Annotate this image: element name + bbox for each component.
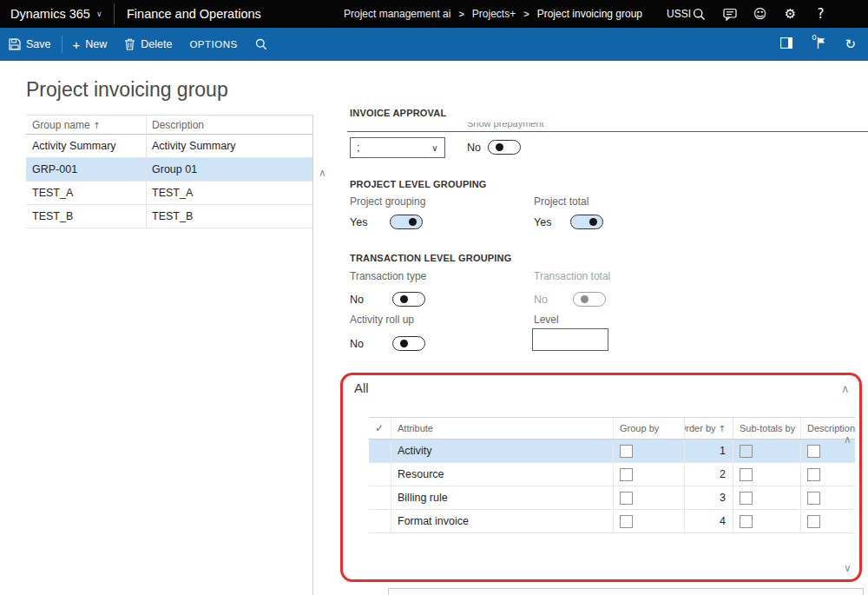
attribute-row[interactable]: Resource 2 <box>369 463 855 486</box>
transaction-type-toggle[interactable] <box>392 292 425 307</box>
column-header-subtotals[interactable]: Sub-totals by <box>733 418 801 439</box>
options-menu[interactable]: OPTIONS <box>181 28 246 61</box>
cell-attribute[interactable]: Format invoice <box>391 510 614 532</box>
cell-group-by <box>614 463 685 486</box>
column-header-order-by[interactable]: Order by ↑ <box>685 418 733 439</box>
activity-rollup-toggle[interactable] <box>392 336 425 351</box>
list-scroll-up-icon[interactable]: ∧ <box>319 168 326 178</box>
combobox-value: ; <box>351 142 425 154</box>
cell-order-by[interactable]: 2 <box>685 463 733 486</box>
action-pane-right-icons: 0 ↻ <box>780 28 856 61</box>
chevron-down-icon: ∨ <box>96 10 102 18</box>
level-label: Level <box>534 314 559 326</box>
list-row-selected[interactable]: GRP-001 Group 01 <box>26 158 312 182</box>
row-select-cell[interactable] <box>369 486 391 509</box>
cell-group-by <box>614 486 685 509</box>
related-info-panel-icon[interactable] <box>780 37 792 51</box>
group-by-checkbox[interactable] <box>620 515 633 528</box>
subtotals-checkbox[interactable] <box>740 515 753 528</box>
description-checkbox[interactable] <box>807 492 820 505</box>
cell-description[interactable]: Activity Summary <box>146 140 312 152</box>
cell-order-by[interactable]: 4 <box>685 510 733 532</box>
activity-rollup-label: Activity roll up <box>350 314 414 326</box>
select-column-checkmark-icon[interactable]: ✓ <box>369 418 391 439</box>
column-header-group-by[interactable]: Group by <box>614 418 685 439</box>
save-label: Save <box>26 38 51 50</box>
app-switcher[interactable]: Dynamics 365 ∨ <box>10 0 102 28</box>
cell-attribute[interactable]: Resource <box>391 463 614 486</box>
cell-group-by <box>614 440 685 462</box>
chevron-right-icon: > <box>458 9 464 19</box>
cell-group-name[interactable]: TEST_A <box>26 187 146 199</box>
breadcrumb-item-current[interactable]: Project invoicing group <box>537 8 642 20</box>
project-grouping-toggle[interactable] <box>390 215 423 229</box>
level-input[interactable] <box>532 328 608 351</box>
show-prepayment-toggle[interactable] <box>488 140 521 155</box>
save-button[interactable]: Save <box>0 28 60 61</box>
cell-attribute[interactable]: Billing rule <box>391 486 614 509</box>
module-home-link[interactable]: Finance and Operations <box>127 0 261 28</box>
list-header-row: Group name ↑ Description <box>26 115 312 135</box>
cell-attribute[interactable]: Activity <box>391 440 614 462</box>
cell-group-name[interactable]: GRP-001 <box>26 163 146 175</box>
cell-description[interactable]: Group 01 <box>146 163 312 175</box>
column-header-group-name[interactable]: Group name ↑ <box>26 119 146 131</box>
subtotals-checkbox[interactable] <box>740 445 753 458</box>
attribute-row[interactable]: Format invoice 4 <box>369 510 855 533</box>
cell-subtotals <box>733 486 801 509</box>
splitter-handle[interactable]: ⋮ <box>338 376 347 387</box>
separator-combobox[interactable]: ; ∨ <box>350 137 445 158</box>
list-row[interactable]: Activity Summary Activity Summary <box>26 135 312 158</box>
description-checkbox[interactable] <box>807 515 820 528</box>
messages-count-icon[interactable]: 0 <box>812 37 825 51</box>
chevron-right-icon: > <box>523 9 529 19</box>
list-row[interactable]: TEST_A TEST_A <box>26 182 312 205</box>
group-by-checkbox[interactable] <box>620 468 633 481</box>
toggle-knob <box>400 295 408 303</box>
cell-subtotals <box>733 463 801 486</box>
attributes-grid: ✓ Attribute Group by Order by ↑ Sub-tota… <box>369 417 855 533</box>
row-select-cell[interactable] <box>369 510 391 532</box>
settings-gear-icon[interactable]: ⚙ <box>775 0 806 28</box>
invoicing-groups-list: Group name ↑ Description Activity Summar… <box>26 115 312 228</box>
options-label: OPTIONS <box>189 39 237 50</box>
column-header-attribute[interactable]: Attribute <box>391 418 614 439</box>
feedback-smiley-icon[interactable]: ☺ <box>745 0 775 28</box>
group-by-checkbox[interactable] <box>620 445 633 458</box>
column-header-description[interactable]: Description <box>146 119 312 131</box>
toggle-knob <box>581 295 589 303</box>
attribute-row[interactable]: Billing rule 3 <box>369 486 855 510</box>
description-checkbox[interactable] <box>807 445 820 458</box>
new-button[interactable]: + New <box>64 28 116 61</box>
cell-order-by[interactable]: 1 <box>685 440 733 462</box>
help-icon[interactable]: ? <box>806 0 836 28</box>
description-checkbox[interactable] <box>807 468 820 481</box>
grid-scroll-down-icon[interactable]: ∨ <box>844 563 852 573</box>
cell-order-by[interactable]: 3 <box>685 486 733 509</box>
project-total-toggle[interactable] <box>570 215 603 229</box>
cell-description[interactable]: TEST_B <box>146 210 312 222</box>
dropdown-chevron-icon[interactable]: ∨ <box>425 143 444 153</box>
fasttab-all-header[interactable]: All <box>354 380 369 395</box>
search-icon[interactable] <box>684 0 714 28</box>
delete-button[interactable]: Delete <box>115 28 181 61</box>
cell-group-name[interactable]: Activity Summary <box>26 140 146 152</box>
breadcrumb-item-module[interactable]: Project management ai <box>344 8 450 20</box>
attribute-row-selected[interactable]: Activity 1 <box>369 440 855 463</box>
collapse-section-icon[interactable]: ∧ <box>841 383 850 394</box>
cell-description[interactable]: TEST_A <box>146 187 312 199</box>
cell-group-name[interactable]: TEST_B <box>26 210 146 222</box>
row-select-cell[interactable] <box>369 440 391 462</box>
transaction-total-label: Transaction total <box>534 270 610 282</box>
message-bubble-icon[interactable] <box>714 0 745 28</box>
breadcrumb-item-projects[interactable]: Projects+ <box>472 8 516 20</box>
toolbar-search-icon[interactable] <box>247 28 276 61</box>
subtotals-checkbox[interactable] <box>740 492 753 505</box>
transaction-type-value: No <box>350 294 364 306</box>
grid-scroll-up-icon[interactable]: ∧ <box>844 434 852 445</box>
subtotals-checkbox[interactable] <box>740 468 753 481</box>
refresh-icon[interactable]: ↻ <box>845 36 856 52</box>
list-row[interactable]: TEST_B TEST_B <box>26 205 312 228</box>
row-select-cell[interactable] <box>369 463 391 486</box>
group-by-checkbox[interactable] <box>620 492 633 505</box>
